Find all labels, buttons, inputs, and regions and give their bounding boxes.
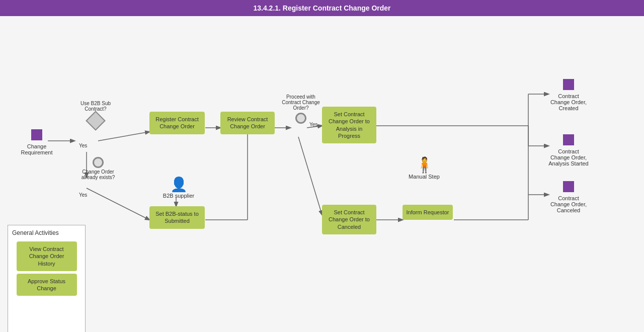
set-b2b-status-box[interactable]: Set B2B-status to Submitted xyxy=(149,206,205,229)
approve-status-button[interactable]: Approve Status Change xyxy=(17,274,77,296)
change-order-exists-gw xyxy=(93,157,104,168)
proceed-label: Proceed with Contract Change Order? xyxy=(281,94,321,111)
cco-analysis-started-node: Contract Change Order, Analysis Started xyxy=(548,134,589,167)
set-cco-canceled-box[interactable]: Set Contract Change Order to Canceled xyxy=(322,205,376,234)
view-history-button[interactable]: View Contract Change Order History xyxy=(17,241,77,271)
register-cco-node: Register Contract Change Order xyxy=(149,112,205,134)
use-b2b-decision: Use B2B Sub Contract? xyxy=(75,101,116,128)
review-cco-node: Review Contract Change Order xyxy=(220,112,275,134)
b2b-supplier-icon: 👤 xyxy=(161,176,196,193)
use-b2b-label: Use B2B Sub Contract? xyxy=(75,101,116,112)
manual-step-icon: 🧍 xyxy=(407,156,442,174)
proceed-decision: Proceed with Contract Change Order? xyxy=(281,94,321,124)
change-order-exists-label: Change Order already exists? xyxy=(75,169,121,180)
change-requirement-icon xyxy=(31,129,42,140)
yes-label-3: Yes xyxy=(309,122,317,127)
cco-created-icon xyxy=(563,79,574,90)
inform-requestor-node: Inform Requestor xyxy=(403,205,453,220)
set-b2b-status-node: Set B2B-status to Submitted xyxy=(149,206,205,229)
change-requirement-label: Change Requirement xyxy=(19,143,54,155)
review-cco-box[interactable]: Review Contract Change Order xyxy=(220,112,275,134)
cco-canceled-label: Contract Change Order, Canceled xyxy=(548,195,589,213)
inform-requestor-box[interactable]: Inform Requestor xyxy=(403,205,453,220)
manual-step-node: 🧍 Manual Step xyxy=(407,156,442,180)
proceed-gw xyxy=(295,113,306,124)
svg-line-7 xyxy=(298,137,322,215)
cco-created-label: Contract Change Order, Created xyxy=(548,93,589,111)
cco-canceled-icon xyxy=(563,181,574,192)
general-activities-panel: General Activities View Contract Change … xyxy=(8,225,86,332)
cco-canceled-node: Contract Change Order, Canceled xyxy=(548,181,589,213)
b2b-supplier-label: B2B supplier xyxy=(161,193,196,199)
change-requirement-node: Change Requirement xyxy=(19,129,54,155)
cco-analysis-started-label: Contract Change Order, Analysis Started xyxy=(548,148,589,167)
cco-created-node: Contract Change Order, Created xyxy=(548,79,589,111)
b2b-supplier-node: 👤 B2B supplier xyxy=(161,176,196,199)
set-cco-analysis-box[interactable]: Set Contract Change Order to Analysis in… xyxy=(322,107,376,143)
general-activities-title: General Activities xyxy=(12,229,81,236)
yes-label-1: Yes xyxy=(79,143,87,148)
svg-line-1 xyxy=(98,132,149,141)
set-cco-canceled-node: Set Contract Change Order to Canceled xyxy=(322,205,376,234)
svg-line-3 xyxy=(87,188,149,220)
cco-analysis-started-icon xyxy=(563,134,574,145)
yes-label-2: Yes xyxy=(79,192,87,198)
set-cco-analysis-node: Set Contract Change Order to Analysis in… xyxy=(322,107,376,143)
register-cco-box[interactable]: Register Contract Change Order xyxy=(149,112,205,134)
page-title: 13.4.2.1. Register Contract Change Order xyxy=(0,0,644,16)
main-diagram: Change Requirement Use B2B Sub Contract?… xyxy=(0,16,644,332)
manual-step-label: Manual Step xyxy=(407,174,442,180)
change-order-exists-decision: Change Order already exists? xyxy=(75,157,121,180)
use-b2b-diamond xyxy=(86,111,106,131)
